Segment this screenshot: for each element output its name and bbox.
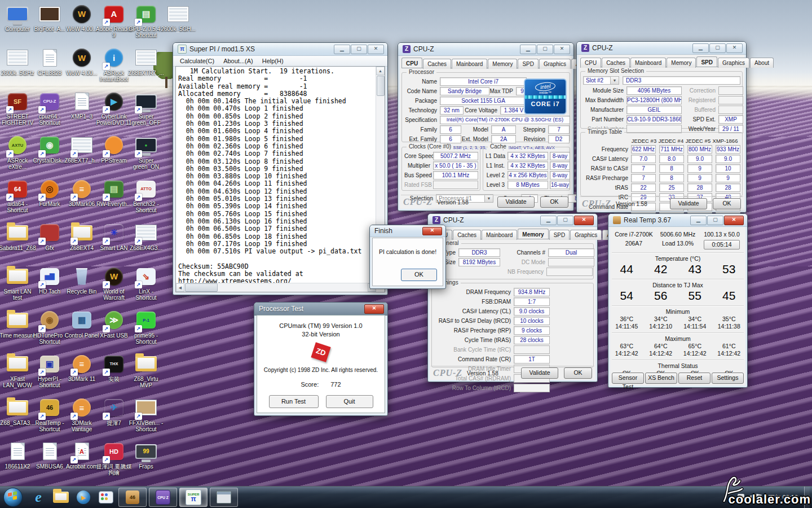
desktop-icon[interactable]: Z68EXTR7_... xyxy=(130,47,162,76)
desktop-icon[interactable]: ↗Z68EX4G3... xyxy=(130,222,162,251)
tab-cpu[interactable]: CPU xyxy=(580,58,601,68)
taskbar-ie-icon[interactable]: e xyxy=(27,487,50,507)
validate-button[interactable]: Validate xyxy=(521,367,558,379)
desktop-icon[interactable]: XMP1_3 xyxy=(65,91,98,120)
desktop-icon[interactable]: ◉↗CrystalDisk... xyxy=(33,135,66,164)
desktop-icon[interactable]: W↗World of Warcraft xyxy=(98,266,130,301)
tab-mainboard[interactable]: Mainboard xyxy=(452,59,487,69)
desktop-icon[interactable]: WWoW 4.00... xyxy=(65,47,98,76)
tab-spd[interactable]: SPD xyxy=(696,56,717,67)
tab-spd[interactable]: SPD xyxy=(549,230,570,240)
menu-item-calculate[interactable]: Calculate(C) xyxy=(175,57,219,65)
slot-dropdown[interactable]: Slot #2▼ xyxy=(583,76,619,85)
desktop-icon[interactable]: Time measure xyxy=(1,310,34,339)
tab-mainboard[interactable]: Mainboard xyxy=(482,230,517,240)
desktop-icon[interactable]: Z68_Virtu MVP xyxy=(130,353,162,388)
minimize-button[interactable]: ▁ xyxy=(540,216,557,225)
scroll-left-button[interactable]: ◀ xyxy=(176,283,184,292)
desktop-icon[interactable]: Recycle Bin xyxy=(65,266,98,295)
scroll-up-button[interactable]: ▲ xyxy=(376,67,385,75)
desktop-icon[interactable]: ◎↗FurMark xyxy=(33,178,66,207)
desktop-icon[interactable]: Sabdra11_Z68 xyxy=(1,222,34,251)
taskbar-superpi-button[interactable]: SUPER π xyxy=(179,488,208,507)
ok-button[interactable]: OK xyxy=(540,196,568,208)
tab-caches[interactable]: Caches xyxy=(423,59,451,69)
minimize-button[interactable]: ▁ xyxy=(690,216,707,225)
realtemp-titlebar[interactable]: Real Temp 3.67 ▁ ▢ ✕ xyxy=(608,214,747,227)
desktop-icon[interactable]: ↗Super green_OFF xyxy=(130,91,162,126)
desktop-icon[interactable]: BigFoot_A... xyxy=(33,3,66,32)
tab-memory[interactable]: Memory xyxy=(667,58,696,68)
desktop-icon[interactable]: ↗Gfx xyxy=(33,222,66,251)
tab-spd[interactable]: SPD xyxy=(518,59,539,69)
desktop-icon[interactable]: ▤↗RW-Everyth... xyxy=(98,178,130,207)
tab-mainboard[interactable]: Mainboard xyxy=(630,58,666,68)
ok-button[interactable]: OK xyxy=(564,367,592,379)
taskbar-cpuz-button[interactable]: CPU Z xyxy=(149,488,177,507)
minimize-button[interactable]: ▁ xyxy=(692,43,709,53)
desktop-icon[interactable]: A↗Adobe Reader 9 xyxy=(98,3,130,38)
scroll-thumb[interactable] xyxy=(377,76,385,96)
close-button[interactable]: ✕ xyxy=(726,43,743,53)
start-button[interactable] xyxy=(3,488,23,507)
tab-graphics[interactable]: Graphics xyxy=(539,59,571,69)
close-button[interactable]: ✕ xyxy=(422,227,442,235)
taskbar-explorer-icon[interactable] xyxy=(50,487,72,507)
horizontal-scrollbar[interactable]: ◀ ▶ xyxy=(176,283,376,292)
desktop-icon[interactable]: ◉↗HDTunePro - Shortcut xyxy=(33,310,66,345)
tab-graphics[interactable]: Graphics xyxy=(718,58,749,68)
desktop-icon[interactable]: HD↗提渾詞 要騰煤拘繪 xyxy=(98,441,130,476)
tab-caches[interactable]: Caches xyxy=(453,230,481,240)
finish-titlebar[interactable]: Finish ✕ xyxy=(370,225,445,237)
scroll-thumb[interactable] xyxy=(185,283,218,292)
run-test-button[interactable]: Run Test xyxy=(269,395,319,408)
tab-caches[interactable]: Caches xyxy=(602,58,630,68)
desktop-icon[interactable]: CPU-Z↗cpuz64 - Shortcut xyxy=(33,91,66,126)
desktop-icon[interactable]: P-1↗prime95 - Shortcut xyxy=(130,310,162,345)
desktop-icon[interactable]: ▤↗GPU-Z.0.5.4 - Shortcut xyxy=(130,3,162,38)
maximize-button[interactable]: ▢ xyxy=(537,45,553,54)
desktop-icon[interactable]: Computer xyxy=(1,3,34,32)
taskbar-paint-icon[interactable] xyxy=(95,487,117,507)
desktop-icon[interactable]: WWoW 4.00... xyxy=(65,3,98,32)
desktop-icon[interactable]: XFast LAN_WOW xyxy=(1,353,34,388)
desktop-icon[interactable]: SMBUSA6 xyxy=(33,441,66,470)
desktop-icon[interactable]: ↗PPStream xyxy=(98,135,130,164)
close-button[interactable]: ✕ xyxy=(364,304,384,314)
desktop-icon[interactable]: CHL8828 xyxy=(33,47,66,76)
desktop-icon[interactable]: ✈↗提渾7 xyxy=(98,397,130,426)
processor-test-titlebar[interactable]: Processor Test ✕ xyxy=(254,303,387,316)
desktop-icon[interactable]: 99Fraps xyxy=(130,441,162,470)
validate-button[interactable]: Validate xyxy=(497,196,535,208)
desktop-icon[interactable]: ▅▇↗HD Tach xyxy=(33,266,66,295)
desktop-icon[interactable]: ✳↗Smart LAN xyxy=(98,222,130,251)
settings-button[interactable]: Settings xyxy=(712,373,744,384)
desktop-icon[interactable]: 2600k_5GHz xyxy=(1,47,34,76)
desktop-icon[interactable]: THX↗安裝 xyxy=(98,353,130,382)
desktop-icon[interactable]: ≡↗3DMark Vantage xyxy=(65,397,98,432)
desktop-icon[interactable]: ▶↗CyberLink PowerDVD 11 xyxy=(98,91,130,126)
cpuz-titlebar[interactable]: Z CPU-Z ▁ ▢ ✕ xyxy=(577,42,746,55)
ok-button[interactable]: OK xyxy=(713,198,741,209)
desktop-icon[interactable]: ▦Control Panel xyxy=(65,310,98,339)
maximize-button[interactable]: ▢ xyxy=(557,216,573,225)
desktop-icon[interactable]: ⇘↗LinX - Shortcut xyxy=(130,266,162,301)
desktop-icon[interactable]: ↗FFXIVBen... - Shortcut xyxy=(130,397,162,432)
minimize-button[interactable]: ▁ xyxy=(334,45,350,54)
cpuz-titlebar[interactable]: Z CPU-Z ▁ ▢ ✕ xyxy=(428,214,597,227)
desktop-icon[interactable]: ≫↗XFast USB xyxy=(98,310,130,339)
desktop-icon[interactable]: A↗Acrobat.com xyxy=(65,441,98,470)
desktop-icon[interactable]: ▣↗HyperPI - Shortcut xyxy=(33,353,66,388)
cpuz-titlebar[interactable]: Z CPU-Z ▁ ▢ ✕ xyxy=(398,43,573,56)
close-button[interactable]: ✕ xyxy=(554,45,570,54)
tab-about[interactable]: About xyxy=(750,58,774,68)
menu-item-help[interactable]: Help(H) xyxy=(258,57,288,65)
tab-graphics[interactable]: Graphics xyxy=(570,230,602,240)
desktop-icon[interactable]: SF↗STREET FIGHTER IV ... xyxy=(1,91,34,126)
close-button[interactable]: ✕ xyxy=(574,216,594,225)
taskbar-cpumark-button[interactable] xyxy=(210,488,238,507)
uptime-timer[interactable]: 0:05:14 xyxy=(704,240,740,249)
desktop-icon[interactable]: 186611X2 xyxy=(1,441,34,470)
tab-memory[interactable]: Memory xyxy=(518,229,548,239)
validate-button[interactable]: Validate xyxy=(670,198,707,209)
